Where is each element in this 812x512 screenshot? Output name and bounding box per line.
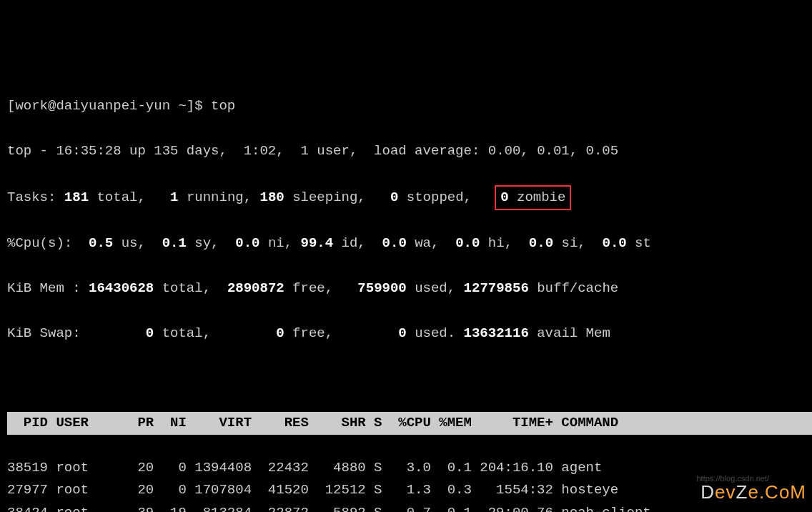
process-row: 27977 root 20 0 1707804 41520 12512 S 1.… (7, 479, 812, 501)
process-table-body: 38519 root 20 0 1394408 22432 4880 S 3.0… (7, 457, 812, 512)
process-row: 38424 root 39 19 813284 22872 5892 S 0.7… (7, 502, 812, 512)
watermark-logo: DevZe.CoM (700, 477, 806, 508)
zombie-highlight: 0 zombie (495, 185, 571, 210)
top-summary-line1: top - 16:35:28 up 135 days, 1:02, 1 user… (7, 140, 812, 162)
top-cpu-line: %Cpu(s): 0.5 us, 0.1 sy, 0.0 ni, 99.4 id… (7, 232, 812, 255)
process-table-header: PID USER PR NI VIRT RES SHR S %CPU %MEM … (7, 412, 812, 434)
shell-prompt: [work@daiyuanpei-yun ~]$ top (7, 95, 812, 117)
top-tasks-line: Tasks: 181 total, 1 running, 180 sleepin… (7, 185, 812, 210)
top-swap-line: KiB Swap: 0 total, 0 free, 0 used. 13632… (7, 323, 812, 345)
process-row: 38519 root 20 0 1394408 22432 4880 S 3.0… (7, 457, 812, 479)
top-mem-line: KiB Mem : 16430628 total, 2890872 free, … (7, 277, 812, 300)
